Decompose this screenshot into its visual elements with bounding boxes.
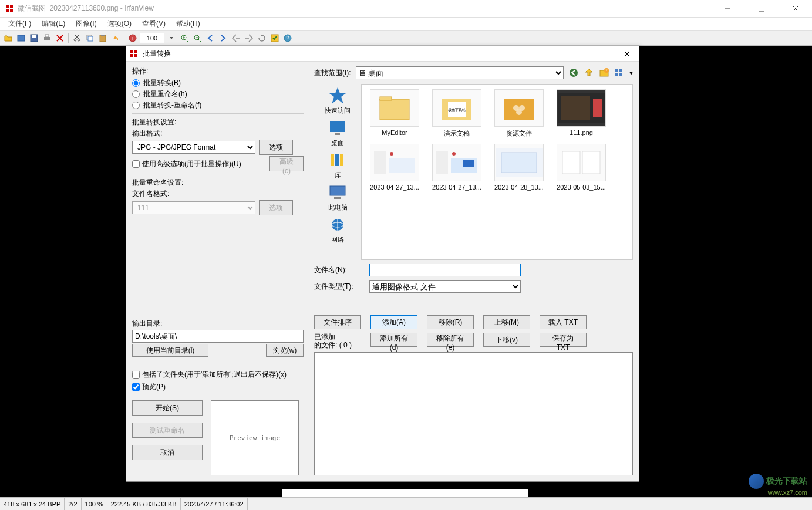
svg-rect-74 [436,151,448,174]
place-desktop[interactable]: 桌面 [328,119,347,147]
format-options-button[interactable]: 选项 [259,140,293,155]
open-icon[interactable] [2,32,14,44]
format-select[interactable]: JPG - JPG/JPEG Format [132,141,255,154]
svg-rect-20 [88,36,93,41]
radio-both[interactable]: 批量转换-重命名(f) [132,100,304,111]
zoom-input[interactable] [140,33,164,43]
svg-rect-79 [501,153,537,173]
next-icon[interactable] [217,32,229,44]
svg-rect-57 [380,99,409,120]
file-item[interactable]: 极光下载站演示文稿 [429,89,485,138]
remove-button[interactable]: 移除(R) [427,315,474,329]
file-item[interactable]: 2023-04-27_13... [429,144,485,191]
options-icon[interactable] [269,32,281,44]
status-dimensions: 418 x 681 x 24 BPP [0,498,65,510]
file-item[interactable]: MyEditor [366,89,423,138]
file-item[interactable]: 资源文件 [491,89,547,138]
up-icon[interactable] [584,67,594,78]
menu-image[interactable]: 图像(I) [71,18,101,30]
svg-rect-10 [32,35,36,38]
file-item[interactable]: 2023-04-27_13... [366,144,423,191]
maximize-button[interactable] [750,1,773,17]
dialog-left-pane: 操作: 批量转换(B) 批量重命名(h) 批量转换-重命名(f) 批量转换设置:… [126,62,309,481]
status-filesize: 222.45 KB / 835.33 KB [107,498,181,510]
menu-help[interactable]: 帮助(H) [171,18,205,30]
place-network[interactable]: 网络 [328,215,347,244]
help-icon[interactable]: ? [282,32,294,44]
zoomout-icon[interactable] [191,32,203,44]
file-name: 111.png [553,129,609,136]
nextfile-icon[interactable] [243,32,255,44]
svg-rect-52 [330,186,345,195]
prevfile-icon[interactable] [230,32,242,44]
file-item[interactable]: 2023-04-28_13... [491,144,547,191]
file-grid[interactable]: MyEditor 极光下载站演示文稿 资源文件 111.png 2023-04-… [361,84,633,260]
filename-input[interactable] [369,264,521,276]
menu-view[interactable]: 查看(V) [137,18,170,30]
print-icon[interactable] [41,32,53,44]
filetype-select[interactable]: 通用图像格式 文件 [369,280,521,293]
svg-rect-0 [6,5,9,8]
movedown-button[interactable]: 下移(v) [483,333,530,347]
place-quickaccess[interactable]: 快速访问 [325,86,351,115]
output-dir-input[interactable] [132,330,304,343]
copy-icon[interactable] [84,32,96,44]
preview-checkbox[interactable]: 预览(P) [132,381,304,393]
app-icon-small [130,49,139,59]
lookin-select[interactable]: 🖥 桌面 [356,66,564,79]
removeall-button[interactable]: 移除所有(e) [427,333,474,347]
advanced-checkbox[interactable]: 使用高级选项(用于批量操作)(U) [132,158,241,170]
svg-rect-50 [335,154,339,166]
paste-icon[interactable] [97,32,109,44]
radio-rename[interactable]: 批量重命名(h) [132,89,304,100]
info-icon[interactable]: i [127,32,139,44]
places-bar: 快速访问 桌面 库 此电脑 网络 [314,84,361,260]
cancel-button[interactable]: 取消 [132,445,203,460]
svg-rect-11 [44,37,50,40]
back-icon[interactable] [568,67,579,78]
radio-convert[interactable]: 批量转换(B) [132,77,304,89]
place-label: 库 [335,171,341,180]
rotate-icon[interactable] [256,32,268,44]
moveup-button[interactable]: 上移(M) [483,315,530,329]
prev-icon[interactable] [204,32,216,44]
preview-box: Preview image [211,400,299,475]
start-button[interactable]: 开始(S) [132,400,203,416]
close-button[interactable] [784,1,807,17]
minimize-button[interactable] [716,1,739,17]
browse-button[interactable]: 浏览(w) [266,344,304,357]
zoom-dropdown-icon[interactable] [166,32,177,44]
viewmode-dropdown[interactable]: ▾ [629,69,633,77]
addall-button[interactable]: 添加所有(d) [370,333,417,347]
dialog-titlebar[interactable]: 批量转换 ✕ [126,46,639,62]
zoomin-icon[interactable] [178,32,190,44]
menu-options[interactable]: 选项(O) [103,18,136,30]
slideshow-icon[interactable] [15,32,27,44]
file-item[interactable]: 2023-05-03_15... [553,144,609,191]
svg-rect-48 [335,133,340,135]
place-library[interactable]: 库 [328,151,347,180]
savetxt-button[interactable]: 保存为 TXT [540,333,587,347]
loadtxt-button[interactable]: 载入 TXT [540,315,587,329]
save-icon[interactable] [28,32,40,44]
undo-icon[interactable] [110,32,122,44]
added-label: 已添加的文件: ( 0 ) [314,333,361,350]
name-format-label: 文件名格式: [132,189,304,199]
newfolder-icon[interactable]: * [599,67,609,78]
cut-icon[interactable] [71,32,83,44]
viewmode-icon[interactable] [614,67,625,78]
radio-rename-label: 批量重命名(h) [143,89,187,99]
dialog-close-button[interactable]: ✕ [619,49,635,59]
place-thispc[interactable]: 此电脑 [328,183,348,212]
menu-edit[interactable]: 编辑(E) [37,18,70,30]
subfolders-checkbox[interactable]: 包括子文件夹(用于'添加所有';退出后不保存)(x) [132,369,304,381]
sort-button[interactable]: 文件排序 [314,315,361,329]
advanced-button[interactable]: 高级(c) [269,156,304,171]
use-current-dir-button[interactable]: 使用当前目录(l) [132,344,208,357]
preview-text: Preview image [230,434,280,442]
delete-icon[interactable] [54,32,66,44]
added-files-listbox[interactable] [314,352,633,475]
menu-file[interactable]: 文件(F) [4,18,36,30]
add-button[interactable]: 添加(A) [370,315,417,329]
file-item[interactable]: 111.png [553,89,609,138]
